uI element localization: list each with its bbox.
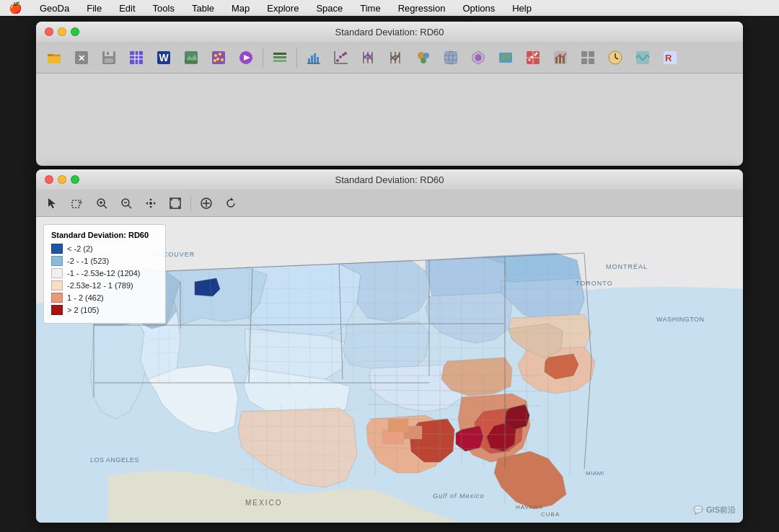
legend-label-0: < -2 (2) <box>67 244 93 253</box>
bar-chart-button[interactable] <box>302 45 326 70</box>
map-sep-1 <box>190 195 191 211</box>
menu-time[interactable]: Time <box>357 1 383 15</box>
legend-label-1: -2 - -1 (523) <box>67 257 109 265</box>
save-button[interactable] <box>97 45 121 70</box>
svg-text:MEXICO: MEXICO <box>245 499 282 507</box>
legend-item-3: -2.53e-12 - 1 (789) <box>51 280 158 291</box>
play-button[interactable] <box>234 45 258 70</box>
legend-label-4: 1 - 2 (462) <box>67 293 104 302</box>
svg-text:W: W <box>159 52 169 63</box>
select-cursor-button[interactable] <box>42 193 63 213</box>
menu-space[interactable]: Space <box>313 1 346 15</box>
svg-point-46 <box>423 53 429 58</box>
toolbar-window: Standard Deviation: RD60 ✕ <box>36 22 743 166</box>
cartogram-button[interactable] <box>384 45 408 70</box>
select-all-button[interactable] <box>195 193 217 213</box>
menu-regression[interactable]: Regression <box>395 1 449 15</box>
menu-file[interactable]: File <box>84 1 105 15</box>
zoom-out-button[interactable] <box>115 193 137 213</box>
map-content: VANCOUVER MONTRÉAL TORONTO LOS ANGELES W… <box>36 217 743 523</box>
pcp-button[interactable] <box>356 45 381 70</box>
menu-table[interactable]: Table <box>189 1 217 15</box>
svg-point-36 <box>344 52 347 55</box>
svg-rect-26 <box>273 56 286 58</box>
cluster-button[interactable] <box>411 45 436 70</box>
svg-point-63 <box>531 56 533 58</box>
svg-rect-57 <box>507 54 511 58</box>
r-script-button[interactable]: R <box>658 45 682 70</box>
hex-map-button[interactable] <box>466 45 490 70</box>
dot-map-button[interactable] <box>206 45 231 70</box>
world-map-button[interactable] <box>493 45 518 70</box>
close-file-button[interactable]: ✕ <box>69 45 94 70</box>
zoom-in-button[interactable] <box>91 193 113 213</box>
svg-point-94 <box>149 202 152 205</box>
legend-color-5 <box>51 305 63 315</box>
svg-point-65 <box>536 52 538 54</box>
menu-options[interactable]: Options <box>459 1 498 15</box>
map-legend: Standard Deviation: RD60 < -2 (2) -2 - -… <box>43 224 166 324</box>
spatial-weights-button[interactable] <box>439 45 463 70</box>
svg-rect-7 <box>107 52 109 55</box>
menu-geoda[interactable]: GeoDa <box>37 1 72 15</box>
wavelet-button[interactable] <box>630 45 655 70</box>
word-button[interactable]: W <box>151 45 176 70</box>
svg-marker-92 <box>146 202 148 205</box>
time-editor-button[interactable] <box>603 45 628 70</box>
svg-rect-73 <box>589 58 594 64</box>
svg-rect-16 <box>185 60 198 63</box>
legend-item-0: < -2 (2) <box>51 244 158 254</box>
apple-menu[interactable]: 🍎 <box>6 0 25 16</box>
choropleth-button[interactable] <box>268 45 292 70</box>
tiles-button[interactable] <box>576 45 600 70</box>
svg-rect-30 <box>314 53 316 63</box>
watermark: 💬 GIS前沿 <box>693 505 736 515</box>
svg-marker-80 <box>48 198 56 208</box>
legend-item-1: -2 - -1 (523) <box>51 256 158 266</box>
menu-edit[interactable]: Edit <box>116 1 138 15</box>
svg-marker-54 <box>475 54 481 61</box>
svg-text:✕: ✕ <box>78 53 85 63</box>
svg-rect-72 <box>581 58 587 64</box>
menubar: 🍎 GeoDa File Edit Tools Table Map Explor… <box>0 0 779 16</box>
svg-point-18 <box>214 54 217 57</box>
map-minimize-button[interactable] <box>58 175 66 184</box>
basemap-button[interactable] <box>179 45 203 70</box>
watermark-text: GIS前沿 <box>706 505 736 515</box>
menu-explore[interactable]: Explore <box>264 1 302 15</box>
svg-text:MIAMI: MIAMI <box>586 470 604 476</box>
svg-point-34 <box>339 56 342 58</box>
map-maximize-button[interactable] <box>71 175 79 184</box>
map-close-button[interactable] <box>45 175 53 184</box>
map-window: Standard Deviation: RD60 <box>36 169 743 523</box>
svg-rect-31 <box>317 57 319 63</box>
open-folder-button[interactable] <box>42 45 66 70</box>
moran-scatter-button[interactable] <box>521 45 545 70</box>
pan-button[interactable] <box>140 193 162 213</box>
main-toolbar: ✕ W <box>36 42 743 74</box>
legend-label-2: -1 - -2.53e-12 (1204) <box>67 269 141 278</box>
menu-help[interactable]: Help <box>509 1 534 15</box>
refresh-button[interactable] <box>220 193 242 213</box>
svg-marker-90 <box>149 198 152 200</box>
svg-text:CUBA: CUBA <box>541 511 560 518</box>
scatter-chart-button[interactable] <box>548 45 573 70</box>
svg-rect-70 <box>581 51 587 57</box>
select-box-button[interactable] <box>66 193 88 213</box>
maximize-button[interactable] <box>71 27 79 36</box>
svg-point-19 <box>219 53 221 56</box>
svg-point-62 <box>529 58 531 61</box>
table-button[interactable] <box>124 45 149 70</box>
fit-window-button[interactable] <box>164 193 186 213</box>
menu-tools[interactable]: Tools <box>150 1 177 15</box>
menu-map[interactable]: Map <box>229 1 252 15</box>
legend-item-4: 1 - 2 (462) <box>51 293 158 303</box>
scatter-plot-button[interactable] <box>329 45 353 70</box>
svg-rect-28 <box>308 58 310 63</box>
close-button[interactable] <box>45 27 53 36</box>
minimize-button[interactable] <box>58 27 66 36</box>
svg-rect-1 <box>48 56 61 63</box>
svg-rect-29 <box>311 56 313 63</box>
svg-point-21 <box>221 58 224 61</box>
svg-point-22 <box>214 59 216 62</box>
